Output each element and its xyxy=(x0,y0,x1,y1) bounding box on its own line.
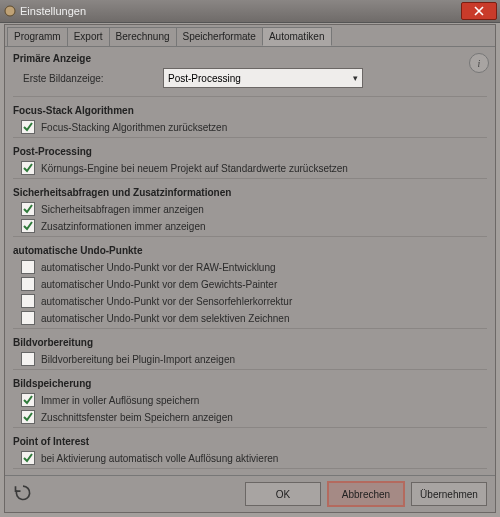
divider xyxy=(13,137,487,138)
tab-speicherformate[interactable]: Speicherformate xyxy=(176,27,263,46)
divider xyxy=(13,427,487,428)
option-row: Körnungs-Engine bei neuem Projekt auf St… xyxy=(21,161,487,175)
dialog-body: Programm Export Berechnung Speicherforma… xyxy=(4,24,496,513)
checkbox[interactable] xyxy=(21,161,35,175)
first-display-value: Post-Processing xyxy=(168,73,241,84)
option-row: Zuschnittsfenster beim Speichern anzeige… xyxy=(21,410,487,424)
section-imgsave-title: Bildspeicherung xyxy=(13,378,487,389)
section-postproc-title: Post-Processing xyxy=(13,146,487,157)
option-label: automatischer Undo-Punkt vor dem Gewicht… xyxy=(41,279,277,290)
tab-strip: Programm Export Berechnung Speicherforma… xyxy=(5,25,495,47)
divider xyxy=(13,96,487,97)
section-postproc: Körnungs-Engine bei neuem Projekt auf St… xyxy=(13,161,487,175)
option-row: Bildvorbereitung bei Plugin-Import anzei… xyxy=(21,352,487,366)
checkbox[interactable] xyxy=(21,393,35,407)
checkbox[interactable] xyxy=(21,202,35,216)
option-row: Sicherheitsabfragen immer anzeigen xyxy=(21,202,487,216)
option-row: bei Aktivierung automatisch volle Auflös… xyxy=(21,451,487,465)
tab-programm[interactable]: Programm xyxy=(7,27,68,46)
settings-window: Einstellungen Programm Export Berechnung… xyxy=(0,0,500,517)
option-row: automatischer Undo-Punkt vor der Sensorf… xyxy=(21,294,487,308)
checkbox[interactable] xyxy=(21,294,35,308)
section-imgprep-title: Bildvorbereitung xyxy=(13,337,487,348)
first-display-label: Erste Bildanzeige: xyxy=(23,73,163,84)
checkbox[interactable] xyxy=(21,260,35,274)
tab-content: Primäre Anzeige Erste Bildanzeige: Post-… xyxy=(5,47,495,475)
tab-automatiken[interactable]: Automatiken xyxy=(262,27,332,46)
chevron-down-icon: ▾ xyxy=(353,73,358,83)
section-imgprep: Bildvorbereitung bei Plugin-Import anzei… xyxy=(13,352,487,366)
section-poi: bei Aktivierung automatisch volle Auflös… xyxy=(13,451,487,465)
option-label: bei Aktivierung automatisch volle Auflös… xyxy=(41,453,278,464)
option-label: Immer in voller Auflösung speichern xyxy=(41,395,199,406)
ok-button[interactable]: OK xyxy=(245,482,321,506)
option-row: Zusatzinformationen immer anzeigen xyxy=(21,219,487,233)
divider xyxy=(13,328,487,329)
help-button[interactable]: i xyxy=(469,53,489,73)
option-row: Immer in voller Auflösung speichern xyxy=(21,393,487,407)
titlebar[interactable]: Einstellungen xyxy=(0,0,500,23)
section-imgsave: Immer in voller Auflösung speichernZusch… xyxy=(13,393,487,424)
checkbox[interactable] xyxy=(21,311,35,325)
option-label: Focus-Stacking Algorithmen zurücksetzen xyxy=(41,122,227,133)
apply-button[interactable]: Übernehmen xyxy=(411,482,487,506)
divider xyxy=(13,236,487,237)
section-primary-title: Primäre Anzeige xyxy=(13,53,487,64)
option-label: Zuschnittsfenster beim Speichern anzeige… xyxy=(41,412,233,423)
checkbox[interactable] xyxy=(21,277,35,291)
option-label: automatischer Undo-Punkt vor der Sensorf… xyxy=(41,296,292,307)
section-security: Sicherheitsabfragen immer anzeigenZusatz… xyxy=(13,202,487,233)
option-row: automatischer Undo-Punkt vor dem selekti… xyxy=(21,311,487,325)
window-title: Einstellungen xyxy=(20,5,86,17)
tab-berechnung[interactable]: Berechnung xyxy=(109,27,177,46)
option-label: Körnungs-Engine bei neuem Projekt auf St… xyxy=(41,163,348,174)
checkbox[interactable] xyxy=(21,120,35,134)
section-poi-title: Point of Interest xyxy=(13,436,487,447)
checkbox[interactable] xyxy=(21,410,35,424)
button-bar: OK Abbrechen Übernehmen xyxy=(5,475,495,512)
checkbox[interactable] xyxy=(21,352,35,366)
option-label: Sicherheitsabfragen immer anzeigen xyxy=(41,204,204,215)
option-label: Bildvorbereitung bei Plugin-Import anzei… xyxy=(41,354,235,365)
divider xyxy=(13,178,487,179)
first-display-select[interactable]: Post-Processing ▾ xyxy=(163,68,363,88)
option-label: automatischer Undo-Punkt vor der RAW-Ent… xyxy=(41,262,276,273)
option-label: Zusatzinformationen immer anzeigen xyxy=(41,221,206,232)
cancel-button[interactable]: Abbrechen xyxy=(327,481,405,507)
option-label: automatischer Undo-Punkt vor dem selekti… xyxy=(41,313,289,324)
option-row: automatischer Undo-Punkt vor dem Gewicht… xyxy=(21,277,487,291)
divider xyxy=(13,369,487,370)
reset-icon[interactable] xyxy=(13,482,33,502)
section-undo-title: automatische Undo-Punkte xyxy=(13,245,487,256)
option-row: Focus-Stacking Algorithmen zurücksetzen xyxy=(21,120,487,134)
tab-export[interactable]: Export xyxy=(67,27,110,46)
option-row: automatischer Undo-Punkt vor der RAW-Ent… xyxy=(21,260,487,274)
checkbox[interactable] xyxy=(21,451,35,465)
section-undo: automatischer Undo-Punkt vor der RAW-Ent… xyxy=(13,260,487,325)
app-icon xyxy=(4,5,16,17)
svg-point-0 xyxy=(5,6,15,16)
checkbox[interactable] xyxy=(21,219,35,233)
section-focusstack: Focus-Stacking Algorithmen zurücksetzen xyxy=(13,120,487,134)
close-button[interactable] xyxy=(461,2,497,20)
section-focusstack-title: Focus-Stack Algorithmen xyxy=(13,105,487,116)
section-security-title: Sicherheitsabfragen und Zusatzinformatio… xyxy=(13,187,487,198)
divider xyxy=(13,468,487,469)
